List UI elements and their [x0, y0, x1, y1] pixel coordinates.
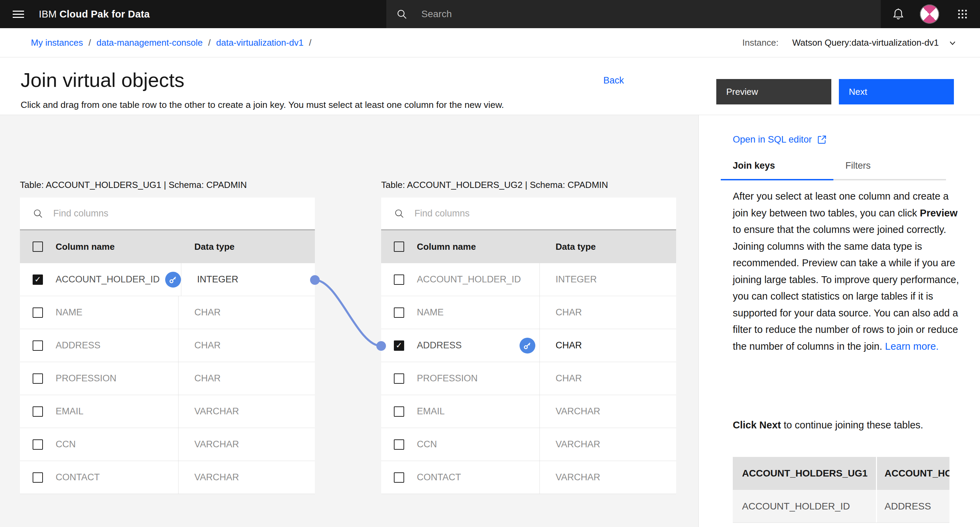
back-link[interactable]: Back	[603, 75, 624, 86]
table-row[interactable]: CONTACT VARCHAR	[381, 461, 676, 494]
row-checkbox[interactable]	[394, 472, 404, 483]
learn-more-link[interactable]: Learn more.	[885, 341, 939, 352]
table-row[interactable]: PROFESSION CHAR	[20, 362, 315, 395]
join-summary-header-left: ACCOUNT_HOLDERS_UG1	[733, 457, 876, 490]
table-row[interactable]: PROFESSION CHAR	[381, 362, 676, 395]
breadcrumb-separator: /	[89, 37, 91, 48]
breadcrumb-bar: My instances / data-management-console /…	[0, 28, 980, 57]
data-type: VARCHAR	[178, 461, 315, 494]
connector-endpoint-right[interactable]	[376, 341, 386, 351]
column-name: ACCOUNT_HOLDER_ID	[56, 274, 160, 285]
column-name: NAME	[56, 296, 178, 329]
data-type: VARCHAR	[540, 428, 676, 461]
right-find-columns-input[interactable]	[414, 208, 620, 219]
launch-icon	[816, 135, 827, 145]
user-avatar[interactable]	[915, 0, 943, 28]
open-in-sql-editor-link[interactable]: Open in SQL editor	[733, 134, 827, 145]
breadcrumb-my-instances[interactable]: My instances	[31, 37, 83, 48]
column-name: NAME	[417, 296, 540, 329]
left-column-name-header: Column name	[56, 230, 178, 263]
global-search[interactable]	[386, 0, 881, 28]
menu-hamburger-icon[interactable]	[7, 0, 30, 28]
row-checkbox[interactable]	[394, 373, 404, 384]
table-row[interactable]: ACCOUNT_HOLDER_ID INTEGER	[381, 263, 676, 296]
table-row[interactable]: CCN VARCHAR	[381, 428, 676, 461]
app-switcher-button[interactable]	[948, 0, 977, 28]
column-name: CONTACT	[417, 461, 540, 494]
join-summary-data-row: ACCOUNT_HOLDER_ID ADDRESS	[733, 490, 950, 523]
row-checkbox[interactable]: ✓	[394, 341, 404, 351]
cta-bold: Click Next	[733, 419, 781, 430]
table-row[interactable]: CCN VARCHAR	[20, 428, 315, 461]
row-checkbox[interactable]	[394, 307, 404, 318]
column-name: ACCOUNT_HOLDER_ID	[417, 263, 540, 296]
row-checkbox[interactable]	[33, 406, 43, 417]
notifications-button[interactable]	[884, 0, 912, 28]
row-checkbox[interactable]	[394, 274, 404, 285]
tab-filters[interactable]: Filters	[834, 158, 946, 180]
right-select-all-checkbox[interactable]	[394, 242, 404, 252]
table-row[interactable]: ✓ ADDRESS CHAR	[381, 329, 676, 362]
column-name: PROFESSION	[417, 362, 540, 395]
join-summary-right-column: ADDRESS	[877, 490, 950, 522]
chevron-down-icon	[948, 38, 957, 48]
brand-name: Cloud Pak for Data	[59, 9, 150, 20]
right-data-type-header: Data type	[540, 230, 676, 263]
masthead: IBM Cloud Pak for Data	[0, 0, 980, 28]
breadcrumb-separator: /	[208, 37, 210, 48]
row-checkbox[interactable]	[33, 439, 43, 450]
left-select-all-checkbox[interactable]	[33, 242, 43, 252]
instance-selector[interactable]: Instance: Watson Query:data-virtualizati…	[742, 28, 957, 57]
data-type: VARCHAR	[540, 461, 676, 494]
row-checkbox[interactable]	[394, 439, 404, 450]
app-switcher-grid-icon	[956, 8, 969, 20]
help-text-bold-preview: Preview	[920, 207, 958, 218]
next-button[interactable]: Next	[839, 79, 954, 104]
column-name: CONTACT	[56, 461, 178, 494]
tab-join-keys[interactable]: Join keys	[721, 158, 834, 180]
join-key-summary-table: ACCOUNT_HOLDERS_UG1 ACCOUNT_HOLDERS_UG2 …	[733, 457, 950, 523]
connector-endpoint-left[interactable]	[310, 275, 320, 285]
table-row[interactable]: ✓ ACCOUNT_HOLDER_ID INTEGER	[20, 263, 315, 296]
row-checkbox[interactable]	[33, 472, 43, 483]
join-canvas: Table: ACCOUNT_HOLDERS_UG1 | Schema: CPA…	[0, 115, 980, 527]
row-checkbox[interactable]: ✓	[33, 274, 43, 285]
table-row[interactable]: CONTACT VARCHAR	[20, 461, 315, 494]
preview-button[interactable]: Preview	[716, 79, 831, 104]
join-key-icon	[520, 338, 535, 353]
breadcrumb-separator: /	[309, 37, 312, 48]
table-row[interactable]: EMAIL VARCHAR	[381, 395, 676, 428]
join-summary-header-row: ACCOUNT_HOLDERS_UG1 ACCOUNT_HOLDERS_UG2	[733, 457, 950, 490]
table-row[interactable]: EMAIL VARCHAR	[20, 395, 315, 428]
row-checkbox[interactable]	[33, 373, 43, 384]
table-row[interactable]: ADDRESS CHAR	[20, 329, 315, 362]
left-find-columns-input[interactable]	[53, 208, 259, 219]
page-title: Join virtual objects	[21, 68, 185, 91]
data-type: VARCHAR	[540, 395, 676, 428]
data-type: CHAR	[540, 329, 676, 362]
data-type: INTEGER	[540, 263, 676, 296]
right-table-search	[381, 197, 676, 230]
row-checkbox[interactable]	[33, 307, 43, 318]
right-table-header-row: Column name Data type	[381, 230, 676, 263]
right-column-name-header: Column name	[417, 230, 540, 263]
breadcrumb-data-management-console[interactable]: data-management-console	[97, 37, 203, 48]
page-header: Join virtual objects Click and drag from…	[0, 57, 980, 115]
cta-rest: to continue joining these tables.	[781, 419, 923, 430]
search-icon	[33, 208, 43, 219]
column-name: ADDRESS	[56, 329, 178, 362]
row-checkbox[interactable]	[394, 406, 404, 417]
table-row[interactable]: NAME CHAR	[381, 296, 676, 329]
data-type: CHAR	[178, 329, 315, 362]
help-text-segment: to ensure that the columns were joined c…	[733, 224, 959, 352]
breadcrumb-data-virtualization-dv1[interactable]: data-virtualization-dv1	[216, 37, 304, 48]
column-name: EMAIL	[56, 395, 178, 428]
right-table: Column name Data type ACCOUNT_HOLDER_ID …	[381, 197, 676, 494]
join-summary-header-right: ACCOUNT_HOLDERS_UG2	[877, 457, 950, 490]
avatar-image	[920, 5, 939, 24]
global-search-input[interactable]	[421, 9, 834, 19]
join-key-connector[interactable]	[302, 268, 391, 371]
open-in-sql-editor-label: Open in SQL editor	[733, 134, 812, 145]
table-row[interactable]: NAME CHAR	[20, 296, 315, 329]
row-checkbox[interactable]	[33, 341, 43, 351]
